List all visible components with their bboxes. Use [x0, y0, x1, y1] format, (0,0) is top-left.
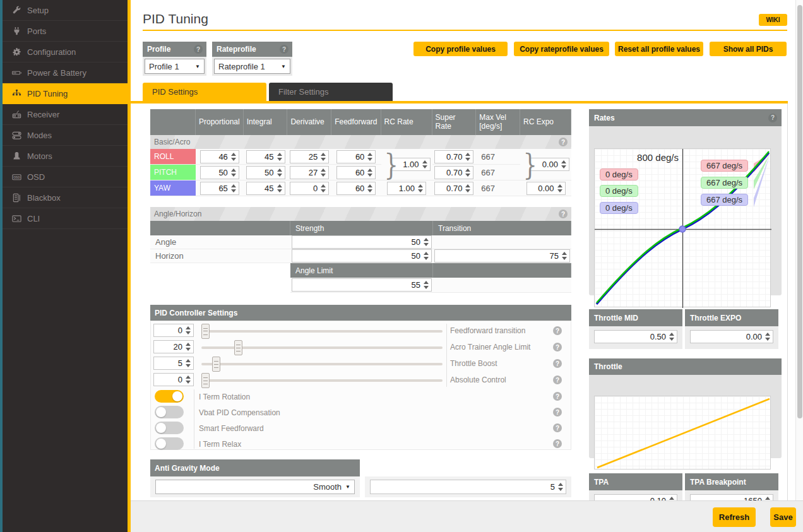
help-icon[interactable]: ?: [194, 45, 203, 54]
spinner-arrows[interactable]: [669, 333, 674, 341]
spinner-arrows[interactable]: [422, 160, 427, 168]
wiki-button[interactable]: WIKI: [759, 14, 787, 26]
help-icon[interactable]: ?: [768, 114, 777, 122]
spinner-arrows[interactable]: [186, 375, 191, 384]
spinner-arrows[interactable]: [367, 153, 372, 161]
acro-trainer-angle-limit-slider[interactable]: [201, 346, 443, 349]
copy-profile-values-button[interactable]: Copy profile values: [413, 42, 508, 56]
tab-filter-settings[interactable]: Filter Settings: [269, 83, 393, 101]
pitch-feedforward-input[interactable]: 60: [336, 166, 376, 179]
i-term-rotation-toggle[interactable]: [155, 390, 184, 403]
i-term-relax-toggle[interactable]: [155, 437, 184, 450]
feedforward-transition-input[interactable]: 0: [153, 324, 194, 337]
help-icon[interactable]: ?: [553, 326, 562, 335]
roll-derivative-input[interactable]: 25: [290, 150, 329, 163]
sidebar-item-power-battery[interactable]: Power & Battery: [3, 62, 128, 83]
help-icon[interactable]: ?: [280, 45, 288, 54]
pitch-proportional-input[interactable]: 50: [200, 166, 239, 179]
spinner-arrows[interactable]: [231, 184, 236, 192]
sidebar-item-blackbox[interactable]: Blackbox: [3, 187, 128, 208]
anti-gravity-gain-input[interactable]: 5: [370, 480, 566, 494]
roll-proportional-input[interactable]: 46: [200, 150, 239, 163]
anti-gravity-mode-select[interactable]: Smooth ▼: [155, 480, 355, 494]
tab-pid-settings[interactable]: PID Settings: [143, 83, 266, 101]
throttle-boost-slider[interactable]: [201, 363, 443, 365]
spinner-arrows[interactable]: [557, 184, 562, 192]
spinner-arrows[interactable]: [561, 160, 566, 168]
spinner-arrows[interactable]: [367, 184, 372, 192]
scrollbar-thumb[interactable]: [797, 5, 802, 418]
reset-all-profile-values-button[interactable]: Reset all profile values: [615, 42, 703, 56]
spinner-arrows[interactable]: [558, 483, 563, 491]
help-icon[interactable]: ?: [553, 392, 562, 401]
copy-rateprofile-values-button[interactable]: Copy rateprofile values: [514, 42, 609, 56]
sidebar-item-motors[interactable]: Motors: [3, 146, 128, 167]
sidebar-item-configuration[interactable]: Configuration: [3, 42, 128, 62]
spinner-arrows[interactable]: [277, 153, 282, 161]
spinner-arrows[interactable]: [186, 359, 191, 367]
spinner-arrows[interactable]: [424, 238, 429, 246]
spinner-arrows[interactable]: [186, 326, 191, 334]
yaw-rc-expo-input[interactable]: 0.00: [526, 182, 566, 195]
spinner-arrows[interactable]: [321, 168, 326, 177]
spinner-arrows[interactable]: [765, 333, 770, 341]
absolute-control-slider[interactable]: [201, 379, 443, 382]
yaw-derivative-input[interactable]: 0: [290, 182, 329, 195]
sidebar-item-cli[interactable]: CLI: [3, 208, 128, 229]
yaw-proportional-input[interactable]: 65: [200, 182, 239, 195]
help-icon[interactable]: ?: [559, 138, 568, 146]
absolute-control-input[interactable]: 0: [153, 373, 194, 386]
sidebar-item-pid-tuning[interactable]: PID Tuning: [3, 83, 128, 104]
yaw-rc-rate-input[interactable]: 1.00: [387, 182, 426, 195]
spinner-arrows[interactable]: [321, 153, 326, 161]
help-icon[interactable]: ?: [553, 359, 562, 368]
spinner-arrows[interactable]: [231, 153, 236, 161]
spinner-arrows[interactable]: [465, 153, 470, 161]
sidebar-item-setup[interactable]: Setup: [3, 0, 128, 21]
angle-limit-input[interactable]: 55: [292, 278, 432, 292]
sidebar-item-receiver[interactable]: Receiver: [3, 104, 128, 125]
sidebar-item-osd[interactable]: OSD OSD: [3, 167, 128, 187]
throttle-mid-input[interactable]: 0.50: [594, 330, 677, 343]
spinner-arrows[interactable]: [465, 184, 470, 192]
pitch-super-rate-input[interactable]: 0.70: [434, 166, 473, 179]
roll-feedforward-input[interactable]: 60: [336, 150, 376, 163]
roll-super-rate-input[interactable]: 0.70: [434, 150, 473, 163]
help-icon[interactable]: ?: [559, 210, 568, 218]
refresh-button[interactable]: Refresh: [713, 507, 756, 527]
pitch-integral-input[interactable]: 50: [246, 166, 285, 179]
yaw-super-rate-input[interactable]: 0.70: [434, 182, 473, 195]
spinner-arrows[interactable]: [277, 184, 282, 192]
spinner-arrows[interactable]: [424, 252, 429, 260]
horizon-transition-input[interactable]: 75: [434, 249, 570, 263]
spinner-arrows[interactable]: [465, 168, 470, 177]
angle-strength-input[interactable]: 50: [292, 235, 432, 249]
help-icon[interactable]: ?: [553, 343, 562, 352]
spinner-arrows[interactable]: [186, 343, 191, 351]
roll-integral-input[interactable]: 45: [246, 150, 285, 163]
feedforward-transition-slider[interactable]: [201, 330, 443, 333]
spinner-arrows[interactable]: [277, 168, 282, 177]
help-icon[interactable]: ?: [553, 408, 562, 417]
pitch-derivative-input[interactable]: 27: [290, 166, 329, 179]
help-icon[interactable]: ?: [553, 439, 562, 448]
slider-handle[interactable]: [234, 340, 242, 355]
spinner-arrows[interactable]: [367, 168, 372, 177]
spinner-arrows[interactable]: [418, 184, 423, 192]
throttle-boost-input[interactable]: 5: [153, 357, 194, 370]
throttle-expo-input[interactable]: 0.00: [690, 330, 773, 343]
spinner-arrows[interactable]: [231, 168, 236, 177]
scrollbar-track[interactable]: [795, 0, 803, 500]
spinner-arrows[interactable]: [321, 184, 326, 192]
slider-handle[interactable]: [201, 324, 210, 339]
slider-handle[interactable]: [212, 357, 220, 372]
acro-trainer-angle-limit-input[interactable]: 20: [153, 340, 194, 353]
help-icon[interactable]: ?: [553, 375, 562, 384]
yaw-feedforward-input[interactable]: 60: [336, 182, 376, 195]
horizon-strength-input[interactable]: 50: [292, 249, 432, 263]
spinner-arrows[interactable]: [424, 281, 429, 289]
slider-handle[interactable]: [201, 373, 210, 388]
spinner-arrows[interactable]: [562, 252, 567, 260]
rateprofile-select[interactable]: Rateprofile 1 ▼: [214, 59, 290, 74]
show-all-pids-button[interactable]: Show all PIDs: [710, 42, 787, 56]
